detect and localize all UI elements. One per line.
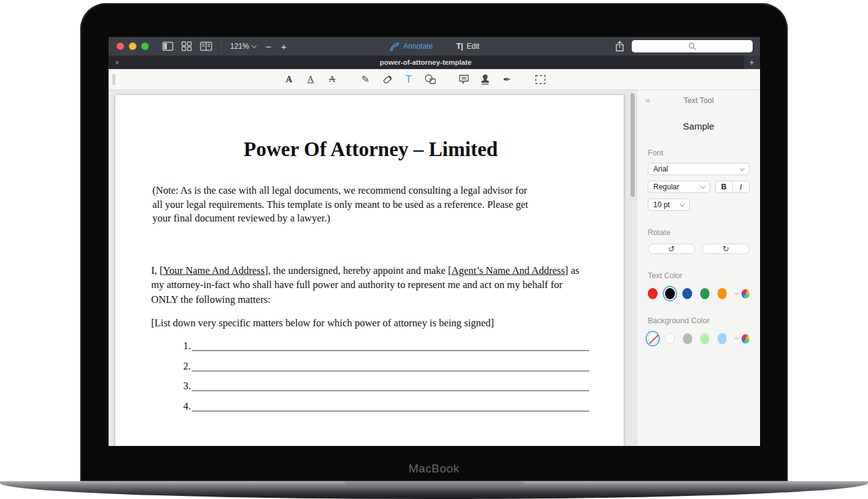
text-color-red[interactable] (648, 288, 658, 299)
zoom-window-button[interactable] (141, 43, 149, 50)
note-comment-icon[interactable] (457, 73, 471, 86)
bg-color-light-green[interactable] (700, 333, 710, 344)
collapse-panel-icon[interactable]: » (645, 95, 650, 105)
stamp-icon[interactable] (479, 73, 492, 86)
tab-annotate[interactable]: Annotate (389, 42, 433, 51)
close-window-button[interactable] (117, 43, 124, 50)
blank-line (192, 411, 589, 411)
toolbar-divider (221, 41, 221, 51)
search-input[interactable] (632, 40, 753, 52)
edit-text-icon: T| (457, 42, 463, 51)
text-color-label: Text Color (648, 271, 750, 280)
rotate-left-button[interactable]: ↺ (648, 244, 695, 254)
toolbar: 121% − + Annotate T| Edit (109, 37, 760, 56)
eraser-icon[interactable] (381, 73, 394, 86)
background-color-label: Background Color (648, 316, 750, 325)
shapes-icon[interactable] (424, 73, 437, 86)
bold-button[interactable]: B (716, 181, 733, 192)
toolbar-grip-handle[interactable] (112, 74, 115, 85)
underline-text-icon[interactable]: A (304, 73, 318, 86)
document-title: Power Of Attorney – Limited (151, 138, 590, 161)
edit-label: Edit (467, 42, 480, 51)
background-color-swatches (648, 333, 750, 344)
list-item: 2. (183, 359, 590, 373)
selection-marquee-icon[interactable] (534, 73, 547, 86)
text-tool-panel: » Text Tool Sample Font Arial Regular B (637, 90, 760, 446)
list-item: 4. (183, 399, 590, 413)
bg-color-white[interactable] (665, 333, 675, 344)
document-note: (Note: As is the case with all legal doc… (152, 184, 538, 226)
search-field[interactable] (632, 40, 753, 52)
app-window: 121% − + Annotate T| Edit (109, 37, 760, 446)
chevron-down-icon (680, 201, 685, 206)
bg-color-gray[interactable] (683, 333, 693, 344)
tab-bar: × power-of-attorney-template + (109, 56, 760, 69)
bold-italic-group: B I (715, 181, 750, 193)
blank-line (192, 371, 589, 371)
swatch-divider (735, 338, 738, 339)
new-tab-button[interactable]: + (743, 56, 760, 69)
font-size-select[interactable]: 10 pt (648, 199, 690, 211)
zoom-out-button[interactable]: − (266, 41, 271, 52)
minimize-window-button[interactable] (129, 43, 136, 50)
text-color-wheel-icon[interactable] (742, 289, 750, 299)
rotate-section-label: Rotate (648, 228, 750, 237)
chevron-down-icon (700, 183, 705, 188)
blank-line (192, 390, 589, 391)
macbook-brand-label: MacBook (80, 462, 788, 476)
appointment-paragraph: I, [Your Name And Address], the undersig… (151, 263, 590, 307)
text-color-blue[interactable] (682, 288, 692, 299)
chevron-down-icon (251, 43, 256, 47)
blank-line (192, 350, 589, 351)
macbook-mockup: MacBook 121% (0, 0, 868, 499)
text-tool-icon[interactable]: T (402, 73, 416, 86)
font-family-select[interactable]: Arial (648, 163, 750, 175)
your-name-placeholder: Your Name And Address (163, 265, 265, 276)
two-page-view-icon[interactable] (200, 41, 212, 51)
document-page: Power Of Attorney – Limited (Note: As is… (115, 94, 624, 446)
bg-color-none[interactable] (648, 333, 658, 344)
tab-edit[interactable]: T| Edit (457, 42, 479, 51)
matters-list: 1. 2. 3. 4. (183, 339, 590, 413)
tab-title: power-of-attorney-template (109, 59, 743, 66)
list-item: 3. (183, 379, 590, 392)
bg-color-wheel-icon[interactable] (742, 334, 750, 344)
list-instruction: [List down very specific matters below f… (151, 317, 590, 329)
text-color-orange[interactable] (717, 288, 727, 299)
text-color-black[interactable] (665, 288, 675, 299)
traffic-lights (117, 43, 149, 50)
scrollbar-thumb[interactable] (630, 93, 635, 197)
text-color-swatches (648, 288, 750, 299)
agent-name-placeholder: Agent’s Name And Address (452, 265, 565, 276)
panel-title: Text Tool (684, 96, 714, 105)
share-icon[interactable] (615, 41, 624, 52)
zoom-level[interactable]: 121% (230, 42, 249, 51)
zoom-in-button[interactable]: + (281, 41, 286, 52)
font-sample-preview: Sample (648, 121, 750, 131)
swatch-divider (735, 293, 738, 294)
rotate-right-button[interactable]: ↻ (702, 244, 750, 254)
document-viewer: Power Of Attorney – Limited (Note: As is… (109, 90, 637, 446)
italic-button[interactable]: I (733, 181, 750, 192)
annotation-toolbar: A A A ✎ T ✒ (109, 69, 760, 90)
signature-pen-icon[interactable]: ✒ (500, 73, 514, 86)
macbook-base-notch (344, 481, 524, 487)
document-tab[interactable]: × power-of-attorney-template (109, 56, 743, 69)
annotate-pen-icon (389, 42, 400, 51)
highlight-text-icon[interactable]: A (283, 73, 296, 86)
sidebar-toggle-icon[interactable] (162, 41, 173, 51)
thumbnails-view-icon[interactable] (181, 41, 192, 51)
font-style-select[interactable]: Regular (648, 181, 710, 193)
zoom-control[interactable]: 121% (230, 42, 256, 51)
list-item: 1. (183, 339, 590, 352)
strikethrough-text-icon[interactable]: A (326, 73, 339, 86)
bg-color-light-blue[interactable] (717, 333, 727, 344)
pencil-icon[interactable]: ✎ (359, 73, 373, 86)
font-section-label: Font (648, 149, 750, 157)
annotate-label: Annotate (403, 42, 433, 51)
text-color-green[interactable] (700, 288, 710, 299)
chevron-down-icon (740, 165, 745, 170)
